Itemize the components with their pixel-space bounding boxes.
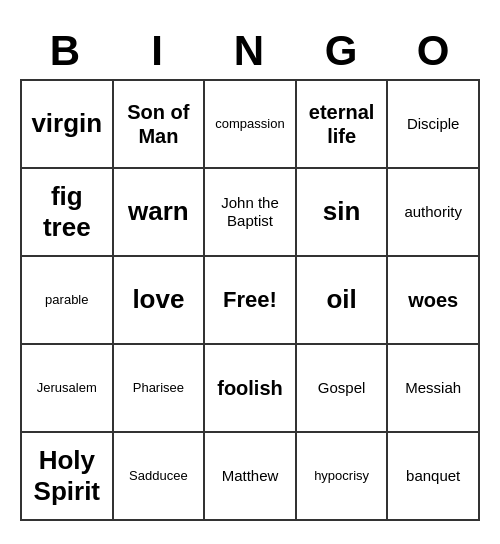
bingo-cell: Free! — [205, 257, 297, 345]
header-letter: N — [204, 23, 296, 79]
bingo-cell: banquet — [388, 433, 480, 521]
bingo-cell: foolish — [205, 345, 297, 433]
bingo-cell: authority — [388, 169, 480, 257]
bingo-cell: fig tree — [22, 169, 114, 257]
bingo-cell: Sadducee — [114, 433, 206, 521]
bingo-header: BINGO — [20, 23, 480, 79]
bingo-cell: eternal life — [297, 81, 389, 169]
header-letter: I — [112, 23, 204, 79]
bingo-cell: woes — [388, 257, 480, 345]
bingo-cell: Disciple — [388, 81, 480, 169]
bingo-grid: virginSon of Mancompassioneternal lifeDi… — [20, 79, 480, 521]
bingo-cell: Matthew — [205, 433, 297, 521]
bingo-cell: hypocrisy — [297, 433, 389, 521]
header-letter: G — [296, 23, 388, 79]
bingo-cell: Gospel — [297, 345, 389, 433]
bingo-cell: Pharisee — [114, 345, 206, 433]
bingo-cell: Messiah — [388, 345, 480, 433]
bingo-cell: Jerusalem — [22, 345, 114, 433]
bingo-cell: parable — [22, 257, 114, 345]
bingo-cell: Son of Man — [114, 81, 206, 169]
bingo-cell: virgin — [22, 81, 114, 169]
header-letter: B — [20, 23, 112, 79]
bingo-cell: John the Baptist — [205, 169, 297, 257]
bingo-cell: Holy Spirit — [22, 433, 114, 521]
bingo-cell: love — [114, 257, 206, 345]
bingo-cell: oil — [297, 257, 389, 345]
bingo-cell: warn — [114, 169, 206, 257]
header-letter: O — [388, 23, 480, 79]
bingo-cell: sin — [297, 169, 389, 257]
bingo-card: BINGO virginSon of Mancompassioneternal … — [20, 23, 480, 521]
bingo-cell: compassion — [205, 81, 297, 169]
